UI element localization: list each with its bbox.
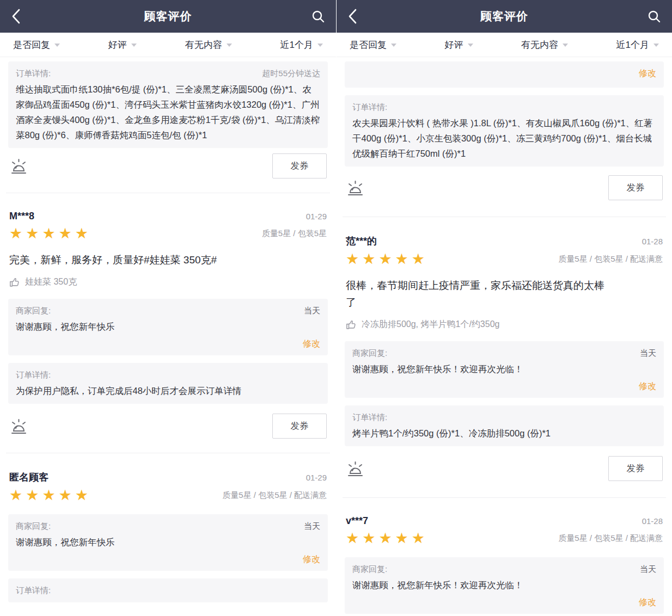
order-items-text: 维达抽取式面巾纸130抽*6包/提 (份)*1、三全凌黑芝麻汤圆500g (份)… — [16, 82, 320, 143]
order-items-text: 农夫果园果汁饮料 ( 热带水果 )1.8L (份)*1、有友山椒凤爪160g (… — [352, 115, 656, 161]
merchant-reply-label: 商家回复: — [16, 304, 51, 317]
back-button[interactable] — [11, 8, 29, 25]
filter-reply-status[interactable]: 是否回复 — [13, 39, 60, 51]
search-button[interactable] — [307, 9, 325, 23]
card-action-row: 发券 — [345, 175, 664, 200]
filter-bar: 是否回复 好评 有无内容 近1个月 — [337, 33, 672, 57]
review-card: 范***的 01-28 ★★★★★ 质量5星 / 包装5星 / 配送满意 很棒，… — [345, 235, 664, 498]
card-action-row: 发券 — [8, 153, 328, 178]
order-privacy-note: 为保护用户隐私，订单完成后48小时后才会展示订单详情 — [16, 383, 320, 398]
app-bar: 顾客评价 — [0, 0, 336, 33]
reply-time: 当天 — [640, 563, 656, 576]
siren-icon[interactable] — [346, 459, 364, 478]
chevron-down-icon — [391, 44, 396, 47]
reviewer-name: M***8 — [9, 211, 34, 222]
review-text: 很棒，春节期间赶上疫情严重，家乐福还能送货真的太棒了 — [346, 277, 608, 311]
issue-coupon-button[interactable]: 发券 — [272, 153, 327, 178]
back-icon — [347, 8, 358, 25]
reviewer-name: 范***的 — [346, 235, 377, 248]
card-action-row: 发券 — [345, 456, 664, 481]
order-items-text: 烤半片鸭1个/约350g (份)*1、冷冻肋排500g (份)*1 — [352, 426, 656, 441]
merchant-reply-text: 谢谢惠顾，祝您新年快乐 — [16, 319, 320, 334]
card-divider — [343, 217, 666, 217]
issue-coupon-button[interactable]: 发券 — [608, 175, 663, 200]
chevron-down-icon — [227, 44, 232, 47]
order-details-label: 订单详情: — [352, 411, 656, 424]
issue-coupon-button[interactable]: 发券 — [272, 414, 327, 439]
back-icon — [11, 8, 22, 25]
product-tag: 娃娃菜 350克 — [9, 276, 327, 288]
card-divider — [6, 193, 330, 193]
review-card: M***8 01-29 ★★★★★ 质量5星 / 包装5星 完美，新鲜，服务好，… — [8, 211, 328, 453]
review-card-partial: 修改 订单详情: 农夫果园果汁饮料 ( 热带水果 )1.8L (份)*1、有友山… — [345, 61, 664, 217]
star-rating: ★★★★★ — [9, 487, 91, 503]
edit-reply-link[interactable]: 修改 — [16, 338, 320, 350]
merchant-reply-box: 商家回复: 当天 谢谢惠顾，祝您新年快乐！欢迎再次光临！ 修改 — [345, 341, 664, 398]
filter-rating-type[interactable]: 好评 — [108, 39, 137, 51]
review-date: 01-28 — [642, 237, 663, 246]
order-details-box: 订单详情: 农夫果园果汁饮料 ( 热带水果 )1.8L (份)*1、有友山椒凤爪… — [345, 95, 664, 167]
merchant-reply-box: 商家回复: 当天 谢谢惠顾，祝您新年快乐 修改 — [8, 514, 328, 571]
order-details-box: 订单详情: 为保护用户隐私，订单完成后48小时后才会展示订单详情 — [8, 363, 328, 404]
search-button[interactable] — [643, 9, 661, 23]
reply-time: 当天 — [304, 304, 320, 317]
star-rating: ★★★★★ — [346, 530, 428, 546]
screen-left: 顾客评价 是否回复 好评 有无内容 近1个月 订单详情: 超时55分钟送达 维达… — [0, 0, 336, 616]
chevron-down-icon — [317, 44, 323, 47]
siren-icon[interactable] — [346, 178, 364, 198]
review-card: v***7 01-28 ★★★★★ 质量5星 / 包装5星 / 配送满意 商家回… — [345, 515, 664, 614]
order-details-label: 订单详情: — [16, 584, 320, 597]
merchant-reply-box: 商家回复: 当天 谢谢惠顾，祝您新年快乐 修改 — [8, 299, 328, 355]
review-card-partial: 订单详情: 超时55分钟送达 维达抽取式面巾纸130抽*6包/提 (份)*1、三… — [8, 61, 328, 193]
order-details-box: 订单详情: 烤半片鸭1个/约350g (份)*1、冷冻肋排500g (份)*1 — [345, 405, 664, 446]
review-date: 01-28 — [642, 516, 663, 526]
review-date: 01-29 — [306, 212, 327, 221]
chevron-down-icon — [653, 44, 659, 47]
filter-rating-type[interactable]: 好评 — [445, 39, 473, 51]
card-action-row: 发券 — [8, 414, 328, 439]
chevron-down-icon — [563, 44, 568, 47]
review-list: 修改 订单详情: 农夫果园果汁饮料 ( 热带水果 )1.8L (份)*1、有友山… — [337, 57, 672, 614]
rating-meta: 质量5星 / 包装5星 / 配送满意 — [222, 490, 327, 501]
product-tag: 冷冻肋排500g, 烤半片鸭1个/约350g — [346, 319, 663, 330]
review-list: 订单详情: 超时55分钟送达 维达抽取式面巾纸130抽*6包/提 (份)*1、三… — [0, 57, 336, 602]
order-details-label: 订单详情: — [16, 67, 51, 80]
page-title: 顾客评价 — [366, 9, 643, 24]
review-card: 匿名顾客 01-29 ★★★★★ 质量5星 / 包装5星 / 配送满意 商家回复… — [8, 471, 328, 602]
order-details-box: 订单详情: — [8, 578, 328, 602]
order-details-box: 订单详情: 超时55分钟送达 维达抽取式面巾纸130抽*6包/提 (份)*1、三… — [8, 61, 328, 148]
late-delivery-note: 超时55分钟送达 — [262, 67, 320, 80]
rating-meta: 质量5星 / 包装5星 — [262, 229, 327, 239]
chevron-down-icon — [131, 44, 137, 47]
siren-icon[interactable] — [9, 416, 28, 436]
reviewer-name: v***7 — [346, 515, 368, 527]
merchant-reply-label: 商家回复: — [352, 563, 387, 576]
filter-has-content[interactable]: 有无内容 — [521, 39, 568, 51]
thumbs-up-icon — [346, 319, 357, 330]
merchant-reply-label: 商家回复: — [16, 520, 51, 533]
star-rating: ★★★★★ — [346, 251, 428, 267]
merchant-reply-label: 商家回复: — [352, 347, 387, 360]
edit-reply-link[interactable]: 修改 — [352, 597, 656, 608]
issue-coupon-button[interactable]: 发券 — [608, 456, 663, 481]
star-rating: ★★★★★ — [9, 225, 91, 242]
chevron-down-icon — [468, 44, 473, 47]
merchant-reply-text: 谢谢惠顾，祝您新年快乐！欢迎再次光临！ — [352, 361, 656, 377]
filter-has-content[interactable]: 有无内容 — [185, 39, 232, 51]
back-button[interactable] — [347, 8, 366, 25]
page-title: 顾客评价 — [29, 9, 307, 24]
edit-reply-link[interactable]: 修改 — [352, 68, 656, 79]
filter-reply-status[interactable]: 是否回复 — [350, 39, 396, 51]
merchant-reply-text: 谢谢惠顾，祝您新年快乐 — [16, 534, 320, 550]
card-divider — [343, 497, 666, 498]
filter-time-range[interactable]: 近1个月 — [616, 39, 659, 51]
order-details-label: 订单详情: — [16, 368, 320, 381]
edit-reply-link[interactable]: 修改 — [16, 554, 320, 565]
order-details-label: 订单详情: — [352, 101, 656, 114]
review-date: 01-29 — [306, 473, 327, 482]
filter-time-range[interactable]: 近1个月 — [280, 39, 323, 51]
reviewer-name: 匿名顾客 — [9, 471, 48, 484]
siren-icon[interactable] — [9, 156, 28, 176]
edit-reply-link[interactable]: 修改 — [352, 381, 656, 392]
screen-right: 顾客评价 是否回复 好评 有无内容 近1个月 修改 订单详情: 农夫果园果汁饮料… — [336, 0, 672, 616]
